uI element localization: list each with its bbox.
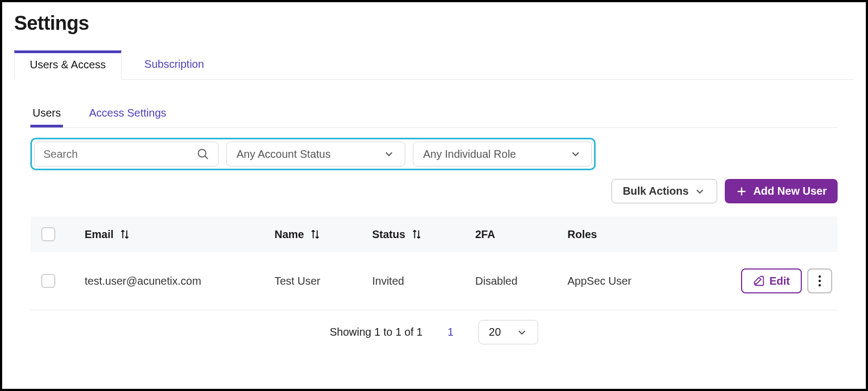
pagination-summary: Showing 1 to 1 of 1: [330, 326, 423, 338]
users-table: Email Name Status 2FA Rol: [30, 216, 838, 310]
sub-tabs: Users Access Settings: [30, 107, 838, 128]
page-size-value: 20: [489, 326, 501, 338]
sort-icon: [411, 228, 423, 240]
col-roles-label: Roles: [567, 228, 597, 241]
row-checkbox[interactable]: [41, 274, 55, 288]
page-size-select[interactable]: 20: [478, 320, 538, 344]
row-actions: Edit: [703, 268, 832, 293]
actions-row: Bulk Actions Add New User: [30, 179, 838, 203]
cell-email: test.user@acunetix.com: [85, 275, 275, 287]
table-header: Email Name Status 2FA Rol: [30, 216, 838, 252]
svg-point-5: [819, 280, 821, 282]
chevron-down-icon: [694, 185, 706, 197]
svg-point-0: [199, 150, 206, 157]
select-all-checkbox[interactable]: [41, 227, 55, 241]
row-more-button[interactable]: [807, 268, 832, 293]
account-status-select[interactable]: Any Account Status: [226, 142, 405, 166]
page-title: Settings: [14, 12, 854, 35]
filter-bar: Any Account Status Any Individual Role: [30, 138, 596, 170]
cell-status: Invited: [372, 275, 475, 287]
col-2fa: 2FA: [475, 228, 567, 241]
col-status-label: Status: [372, 228, 405, 241]
edit-label: Edit: [769, 275, 790, 287]
col-name[interactable]: Name: [275, 228, 372, 241]
plus-icon: [736, 185, 748, 197]
individual-role-select[interactable]: Any Individual Role: [413, 142, 592, 166]
col-2fa-label: 2FA: [475, 228, 495, 241]
cell-2fa: Disabled: [475, 275, 567, 287]
more-vertical-icon: [818, 274, 821, 287]
edit-button[interactable]: Edit: [741, 268, 802, 293]
svg-point-6: [819, 284, 821, 286]
edit-icon: [753, 275, 765, 287]
pagination: Showing 1 to 1 of 1 1 20: [30, 320, 838, 344]
cell-roles: AppSec User: [567, 275, 703, 287]
add-new-user-button[interactable]: Add New User: [725, 179, 838, 203]
individual-role-label: Any Individual Role: [423, 148, 516, 161]
page-number[interactable]: 1: [448, 326, 454, 338]
search-field-wrap: [34, 142, 219, 166]
bulk-actions-label: Bulk Actions: [623, 185, 689, 197]
col-roles: Roles: [567, 228, 703, 241]
table-row: test.user@acunetix.com Test User Invited…: [30, 252, 838, 310]
chevron-down-icon: [383, 148, 395, 160]
sort-icon: [119, 228, 131, 240]
col-status[interactable]: Status: [372, 228, 475, 241]
subtab-access-settings[interactable]: Access Settings: [87, 107, 168, 127]
col-name-label: Name: [275, 228, 304, 241]
subtab-users[interactable]: Users: [30, 107, 63, 127]
top-tabs: Users & Access Subscription: [14, 50, 854, 80]
bulk-actions-button[interactable]: Bulk Actions: [611, 179, 718, 203]
svg-line-1: [205, 156, 208, 159]
search-input[interactable]: [43, 148, 184, 161]
tab-subscription[interactable]: Subscription: [141, 50, 207, 80]
chevron-down-icon: [516, 326, 528, 338]
svg-point-4: [819, 275, 821, 278]
add-new-user-label: Add New User: [753, 185, 827, 197]
sort-icon: [309, 228, 321, 240]
search-icon: [196, 148, 209, 161]
account-status-label: Any Account Status: [237, 148, 330, 161]
col-email-label: Email: [85, 228, 113, 241]
chevron-down-icon: [570, 148, 582, 160]
tab-users-access[interactable]: Users & Access: [14, 50, 122, 80]
col-email[interactable]: Email: [85, 228, 275, 241]
cell-name: Test User: [275, 275, 372, 287]
